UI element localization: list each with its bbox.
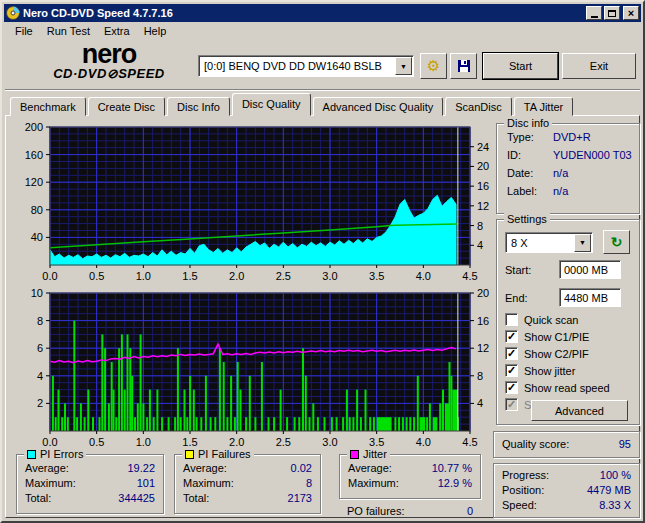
menu-extra[interactable]: Extra	[97, 23, 137, 39]
speed-row: Speed:8.33 X	[494, 497, 639, 512]
progress-row: Progress:100 %	[494, 467, 639, 482]
nero-logo-text: nero	[30, 43, 188, 66]
po-failures-row: PO failures: 0	[339, 503, 481, 518]
menu-help[interactable]: Help	[137, 23, 174, 39]
svg-text:4: 4	[37, 370, 43, 382]
jitter-title: Jitter	[363, 448, 387, 460]
cddvdspeed-logo-text: CD·DVD⊘SPEED	[30, 66, 188, 81]
disc-id: YUDEN000 T03	[553, 149, 632, 161]
tab-disc-info[interactable]: Disc Info	[167, 97, 230, 116]
svg-text:4: 4	[477, 239, 483, 251]
svg-text:2.5: 2.5	[276, 270, 291, 282]
stat-row: Maximum:12.9 %	[340, 475, 480, 490]
menu-run-test[interactable]: Run Test	[40, 23, 97, 39]
tab-advanced-disc-quality[interactable]: Advanced Disc Quality	[313, 97, 444, 116]
svg-text:4.0: 4.0	[416, 436, 431, 448]
drive-select[interactable]: [0:0] BENQ DVD DD DW1640 BSLB ▼	[198, 55, 414, 77]
svg-text:4: 4	[477, 397, 483, 409]
exit-button[interactable]: Exit	[562, 53, 636, 79]
title-bar: Nero CD-DVD Speed 4.7.7.16 ×	[4, 4, 641, 22]
po-failures-label: PO failures:	[347, 505, 404, 517]
disc-date: n/a	[553, 167, 568, 179]
close-button[interactable]: ×	[623, 6, 639, 20]
start-position-field[interactable]	[559, 260, 621, 279]
show-write-speed-checkbox: ✓	[505, 398, 518, 411]
drive-select-value: [0:0] BENQ DVD DD DW1640 BSLB	[199, 60, 395, 72]
speed-select[interactable]: 8 X ▼	[505, 232, 593, 253]
quality-score-label: Quality score:	[502, 438, 569, 450]
svg-text:200: 200	[25, 121, 43, 133]
svg-text:0.5: 0.5	[89, 270, 104, 282]
disc-label-row: Label:n/a	[497, 182, 639, 200]
svg-text:2.5: 2.5	[276, 436, 291, 448]
show-jitter-checkbox[interactable]: ✓	[505, 364, 518, 377]
jitter-maximum: 12.9 %	[438, 477, 472, 489]
show-c2-pif-checkbox[interactable]: ✓	[505, 347, 518, 360]
start-button[interactable]: Start	[483, 53, 558, 79]
svg-text:2: 2	[37, 397, 43, 409]
nero-logo: nero CD·DVD⊘SPEED	[30, 43, 188, 81]
show-c1-pie-checkbox-row[interactable]: ✓Show C1/PIE	[505, 329, 589, 344]
svg-text:20: 20	[477, 287, 489, 299]
end-position-field[interactable]	[559, 288, 621, 307]
svg-text:1.0: 1.0	[136, 436, 151, 448]
svg-text:4.0: 4.0	[416, 270, 431, 282]
quick-scan-checkbox-row[interactable]: Quick scan	[505, 312, 578, 327]
advanced-button[interactable]: Advanced	[531, 400, 628, 421]
window-title: Nero CD-DVD Speed 4.7.7.16	[23, 7, 584, 19]
drive-select-dropdown-button[interactable]: ▼	[395, 57, 412, 75]
pi-errors-box: PI Errors Average:19.22 Maximum:101 Tota…	[16, 454, 164, 514]
disc-label: n/a	[553, 185, 568, 197]
tab-create-disc[interactable]: Create Disc	[88, 97, 165, 116]
pi-errors-legend: PI Errors	[24, 448, 86, 460]
svg-text:3.0: 3.0	[322, 270, 337, 282]
svg-text:3.0: 3.0	[322, 436, 337, 448]
start-position-label: Start:	[505, 264, 531, 276]
po-failures-value: 0	[467, 505, 473, 517]
speed-select-dropdown-button[interactable]: ▼	[574, 234, 591, 252]
show-jitter-checkbox-row[interactable]: ✓Show jitter	[505, 363, 575, 378]
tab-disc-quality[interactable]: Disc Quality	[232, 93, 311, 116]
options-button[interactable]: ⚙	[420, 53, 447, 79]
position-value: 4479 MB	[587, 484, 631, 496]
svg-text:16: 16	[477, 180, 489, 192]
toolbar-separator	[5, 89, 640, 91]
tab-benchmark[interactable]: Benchmark	[10, 97, 86, 116]
pi-errors-title: PI Errors	[40, 448, 83, 460]
app-disc-icon	[6, 6, 20, 20]
stat-row: Average:0.02	[175, 460, 320, 475]
disc-info-title: Disc info	[504, 117, 552, 129]
chevron-down-icon: ▼	[400, 63, 407, 70]
quick-scan-checkbox[interactable]	[505, 313, 518, 326]
jitter-legend: Jitter	[347, 448, 390, 460]
save-button[interactable]	[450, 53, 477, 79]
chevron-down-icon: ▼	[579, 239, 586, 246]
svg-text:8: 8	[477, 370, 483, 382]
tab-ta-jitter[interactable]: TA Jitter	[514, 97, 574, 116]
pi-failures-average: 0.02	[291, 462, 312, 474]
pi-failures-color-chip	[185, 450, 194, 459]
maximize-button[interactable]	[604, 6, 620, 20]
refresh-button[interactable]: ↻	[603, 230, 630, 254]
show-c2-pif-checkbox-row[interactable]: ✓Show C2/PIF	[505, 346, 589, 361]
stat-row: Total:344425	[17, 490, 163, 505]
close-icon: ×	[628, 8, 634, 18]
show-read-speed-checkbox-row[interactable]: ✓Show read speed	[505, 380, 610, 395]
show-read-speed-checkbox[interactable]: ✓	[505, 381, 518, 394]
minimize-button[interactable]	[586, 6, 602, 20]
svg-text:0.0: 0.0	[42, 270, 57, 282]
disc-type: DVD+R	[553, 131, 591, 143]
menu-file[interactable]: File	[8, 23, 40, 39]
disc-info-box: Disc info Type:DVD+R ID:YUDEN000 T03 Dat…	[496, 123, 640, 214]
disc-type-row: Type:DVD+R	[497, 128, 639, 146]
refresh-icon: ↻	[611, 234, 623, 250]
svg-text:40: 40	[31, 231, 43, 243]
svg-text:160: 160	[25, 149, 43, 161]
svg-text:10: 10	[31, 287, 43, 299]
quality-score-value: 95	[619, 438, 631, 450]
show-c1-pie-checkbox[interactable]: ✓	[505, 330, 518, 343]
tab-scandisc[interactable]: ScanDisc	[445, 97, 511, 116]
stat-row: Maximum:8	[175, 475, 320, 490]
tab-bar: Benchmark Create Disc Disc Info Disc Qua…	[10, 93, 575, 116]
pi-errors-maximum: 101	[137, 477, 155, 489]
